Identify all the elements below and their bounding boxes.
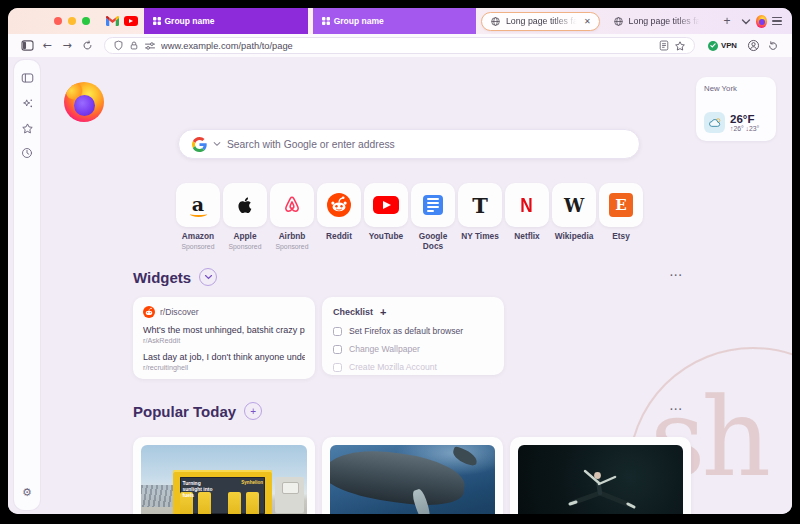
close-tab-icon[interactable]: ✕	[584, 17, 591, 26]
youtube-icon	[373, 196, 399, 214]
sidebar-history-button[interactable]	[19, 145, 35, 161]
search-input[interactable]	[227, 139, 626, 150]
popular-card-dancer[interactable]	[510, 437, 691, 514]
search-bar[interactable]	[178, 129, 640, 159]
checkbox[interactable]	[333, 363, 342, 372]
chevron-down-icon	[204, 274, 213, 280]
checklist-item[interactable]: Create Mozilla Account	[333, 362, 493, 372]
url-text: www.example.com/path/to/page	[161, 41, 654, 51]
solar-brand: Synhelion	[241, 480, 263, 485]
tab-group-icon	[153, 17, 161, 25]
gmail-icon	[106, 16, 119, 26]
dancer-figure	[558, 463, 644, 514]
shortcut-etsy[interactable]: E Etsy	[599, 183, 643, 251]
apple-icon	[236, 194, 255, 216]
profile-avatar[interactable]	[756, 15, 768, 28]
bookmark-star-icon[interactable]	[674, 40, 686, 52]
popular-card-whale[interactable]	[322, 437, 503, 514]
sidebar-ai-button[interactable]	[19, 95, 35, 111]
zoom-window-button[interactable]	[82, 17, 90, 25]
shortcut-amazon[interactable]: a Amazon Sponsored	[176, 183, 220, 251]
permissions-icon[interactable]	[144, 41, 156, 51]
account-button[interactable]	[744, 37, 762, 55]
weather-low: ↓23°	[746, 125, 760, 132]
sidebar-toggle-button[interactable]	[18, 37, 36, 55]
sidebar-bookmarks-button[interactable]	[19, 120, 35, 136]
checklist-item[interactable]: Change Wallpaper	[333, 344, 493, 354]
popular-card-solar[interactable]: Turning sunlight into fuels Synhelion	[133, 437, 315, 514]
url-bar[interactable]: www.example.com/path/to/page	[104, 37, 695, 54]
back-button[interactable]: ←	[38, 37, 56, 55]
search-engine-chevron-icon[interactable]	[213, 141, 221, 147]
shortcut-ny-times[interactable]: T NY Times	[458, 183, 502, 251]
vpn-badge[interactable]: VPN	[708, 41, 737, 51]
sidebar-tabs-button[interactable]	[19, 70, 35, 86]
checklist-item[interactable]: Set Firefox as default browser	[333, 326, 493, 336]
weather-cloud-icon	[704, 112, 725, 133]
lock-icon[interactable]	[129, 40, 139, 51]
reload-button[interactable]	[78, 37, 96, 55]
chevron-down-icon	[741, 18, 751, 25]
popular-heading: Popular Today	[133, 403, 236, 420]
weather-temp: 26°F	[730, 113, 759, 126]
popular-add-button[interactable]: +	[244, 402, 262, 420]
reload-icon	[82, 40, 93, 51]
checkbox[interactable]	[333, 345, 342, 354]
tab-title: Long page titles fade off	[506, 16, 578, 26]
sidebar-strip: ⚙	[14, 60, 40, 510]
widgets-menu-button[interactable]: ···	[670, 270, 683, 281]
forward-button[interactable]: →	[58, 37, 76, 55]
popular-menu-button[interactable]: ···	[670, 404, 683, 415]
shortcut-airbnb[interactable]: Airbnb Sponsored	[270, 183, 314, 251]
checklist-title: Checklist	[333, 307, 373, 317]
reader-view-icon[interactable]	[659, 40, 669, 51]
reddit-icon	[327, 193, 351, 217]
tab-group-label: Group name	[334, 16, 384, 26]
pinned-tab-gmail[interactable]	[105, 13, 119, 29]
reddit-post[interactable]: Wht's the most unhinged, batshit crazy p…	[143, 325, 305, 345]
globe-icon	[613, 16, 624, 27]
clock-icon	[21, 147, 33, 159]
sidebar-icon	[21, 40, 34, 51]
etsy-icon: E	[609, 193, 633, 217]
shortcut-google-docs[interactable]: Google Docs	[411, 183, 455, 251]
extension-icon[interactable]	[764, 37, 782, 55]
sidebar-settings-button[interactable]: ⚙	[19, 484, 35, 500]
reddit-widget-title: r/Discover	[160, 307, 199, 317]
widgets-header: Widgets	[133, 268, 217, 286]
shield-icon[interactable]	[113, 40, 124, 51]
checkbox[interactable]	[333, 327, 342, 336]
widgets-collapse-button[interactable]	[199, 268, 217, 286]
netflix-icon: N	[521, 193, 533, 217]
new-tab-button[interactable]: +	[724, 14, 731, 28]
pinned-tab-youtube[interactable]	[124, 13, 138, 29]
shortcut-reddit[interactable]: Reddit	[317, 183, 361, 251]
screen: { "glyphs": {"plus": "+", "close": "✕", …	[0, 0, 800, 524]
navigation-toolbar: ← → www.example.com/path/to/page	[8, 34, 792, 57]
solar-caption: Turning sunlight into fuels	[182, 480, 216, 499]
tab-inactive[interactable]: Long page titles fade off	[605, 12, 709, 31]
gear-icon: ⚙	[22, 486, 32, 499]
youtube-icon	[124, 16, 138, 26]
close-window-button[interactable]	[54, 17, 62, 25]
weather-city: New York	[704, 84, 768, 93]
tab-active[interactable]: Long page titles fade off ✕	[481, 12, 600, 31]
weather-widget[interactable]: New York 26°F ↑26° ↓23°	[696, 77, 776, 141]
vpn-check-icon	[708, 41, 718, 51]
globe-icon	[490, 16, 501, 27]
shortcut-wikipedia[interactable]: W Wikipedia	[552, 183, 596, 251]
wikipedia-icon: W	[564, 195, 584, 216]
shortcut-youtube[interactable]: YouTube	[364, 183, 408, 251]
minimize-window-button[interactable]	[68, 17, 76, 25]
shortcut-netflix[interactable]: N Netflix	[505, 183, 549, 251]
reddit-post[interactable]: Last day at job, I don't think anyone un…	[143, 352, 305, 372]
shortcut-apple[interactable]: Apple Sponsored	[223, 183, 267, 251]
widgets-heading: Widgets	[133, 269, 191, 286]
airbnb-icon	[281, 194, 303, 216]
menu-button[interactable]	[772, 17, 782, 26]
reddit-icon	[143, 306, 155, 318]
popular-header: Popular Today +	[133, 402, 262, 420]
solar-fuel-image: Turning sunlight into fuels Synhelion	[141, 445, 307, 514]
checklist-add-button[interactable]: +	[380, 306, 386, 318]
tab-overview-button[interactable]	[741, 18, 751, 25]
